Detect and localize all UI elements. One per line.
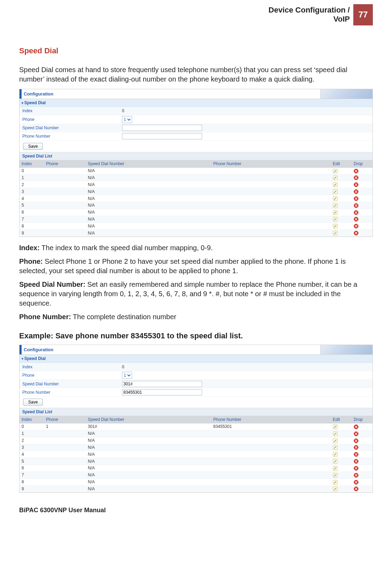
edit-icon[interactable] [333, 438, 338, 443]
edit-icon[interactable] [333, 473, 338, 478]
drop-icon[interactable] [354, 169, 359, 174]
panel-title: Configuration [22, 347, 53, 352]
drop-icon[interactable] [354, 203, 359, 208]
drop-icon[interactable] [354, 189, 359, 194]
edit-icon[interactable] [333, 175, 338, 180]
edit-icon[interactable] [333, 169, 338, 174]
cell-index: 8 [20, 223, 44, 230]
sdn-input[interactable] [122, 381, 202, 387]
drop-icon[interactable] [354, 210, 359, 215]
col-pn: Phone Number [211, 160, 331, 168]
drop-icon[interactable] [354, 445, 359, 450]
drop-icon[interactable] [354, 480, 359, 485]
cell-index: 0 [20, 167, 44, 174]
drop-icon[interactable] [354, 466, 359, 471]
drop-icon[interactable] [354, 182, 359, 187]
footer-text: BiPAC 6300VNP User Manual [19, 507, 373, 514]
save-button[interactable]: Save [23, 143, 43, 150]
pn-input[interactable] [122, 389, 202, 395]
table-row: 2N/A [20, 437, 372, 444]
table-row: 7N/A [20, 216, 372, 223]
def-index: Index: The index to mark the speed dial … [19, 243, 373, 253]
cell-index: 5 [20, 202, 44, 209]
edit-icon[interactable] [333, 217, 338, 222]
edit-icon[interactable] [333, 424, 338, 429]
cell-pn [211, 167, 331, 174]
edit-icon[interactable] [333, 466, 338, 471]
edit-icon[interactable] [333, 486, 338, 491]
edit-icon[interactable] [333, 431, 338, 436]
cell-sdn: N/A [86, 485, 211, 492]
cell-phone [44, 167, 86, 174]
drop-icon[interactable] [354, 473, 359, 478]
cell-pn [211, 485, 331, 492]
panel-subheader[interactable]: Speed Dial [20, 355, 372, 363]
cell-sdn: N/A [86, 478, 211, 485]
table-row: 5N/A [20, 202, 372, 209]
cell-sdn: N/A [86, 230, 211, 237]
col-drop: Drop [352, 416, 372, 423]
edit-icon[interactable] [333, 189, 338, 194]
cell-index: 0 [20, 423, 44, 430]
save-button[interactable]: Save [23, 399, 43, 406]
edit-icon[interactable] [333, 196, 338, 201]
table-row: 1N/A [20, 174, 372, 181]
drop-icon[interactable] [354, 217, 359, 222]
def-pn: Phone Number: The complete destination n… [19, 312, 373, 322]
cell-index: 4 [20, 451, 44, 458]
table-row: 2N/A [20, 181, 372, 188]
sdn-input[interactable] [122, 125, 202, 131]
cell-sdn: N/A [86, 188, 211, 195]
edit-icon[interactable] [333, 224, 338, 229]
cell-sdn: N/A [86, 430, 211, 437]
cell-index: 1 [20, 430, 44, 437]
cell-index: 9 [20, 485, 44, 492]
page-number: 77 [353, 4, 373, 25]
cell-index: 7 [20, 471, 44, 478]
pn-input[interactable] [122, 133, 202, 139]
edit-icon[interactable] [333, 452, 338, 457]
cell-pn [211, 471, 331, 478]
panel-subheader[interactable]: Speed Dial [20, 99, 372, 107]
table-row: 9N/A [20, 485, 372, 492]
drop-icon[interactable] [354, 452, 359, 457]
edit-icon[interactable] [333, 182, 338, 187]
edit-icon[interactable] [333, 480, 338, 485]
drop-icon[interactable] [354, 231, 359, 236]
cell-phone [44, 195, 86, 202]
table-row: 7N/A [20, 471, 372, 478]
edit-icon[interactable] [333, 231, 338, 236]
edit-icon[interactable] [333, 445, 338, 450]
cell-index: 5 [20, 458, 44, 465]
example-heading: Example: Save phone number 83455301 to t… [19, 331, 373, 340]
cell-phone [44, 223, 86, 230]
col-pn: Phone Number [211, 416, 331, 423]
phone-select[interactable]: 1 [122, 116, 132, 123]
drop-icon[interactable] [354, 438, 359, 443]
drop-icon[interactable] [354, 424, 359, 429]
col-edit: Edit [331, 416, 352, 423]
drop-icon[interactable] [354, 486, 359, 491]
cell-pn [211, 216, 331, 223]
table-row: 9N/A [20, 230, 372, 237]
cell-sdn: 301# [86, 423, 211, 430]
intro-paragraph: Speed Dial comes at hand to store freque… [19, 65, 373, 84]
phone-select[interactable]: 1 [122, 372, 132, 379]
def-sdn: Speed Dial Number: Set an easily remembe… [19, 280, 373, 308]
edit-icon[interactable] [333, 459, 338, 464]
sdn-label: Speed Dial Number [20, 124, 121, 131]
cell-index: 9 [20, 230, 44, 237]
drop-icon[interactable] [354, 224, 359, 229]
drop-icon[interactable] [354, 196, 359, 201]
drop-icon[interactable] [354, 459, 359, 464]
edit-icon[interactable] [333, 210, 338, 215]
cell-pn [211, 195, 331, 202]
cell-index: 4 [20, 195, 44, 202]
edit-icon[interactable] [333, 203, 338, 208]
panel-decor [320, 89, 372, 99]
drop-icon[interactable] [354, 175, 359, 180]
cell-pn [211, 202, 331, 209]
drop-icon[interactable] [354, 431, 359, 436]
panel-decor [320, 345, 372, 354]
cell-sdn: N/A [86, 451, 211, 458]
